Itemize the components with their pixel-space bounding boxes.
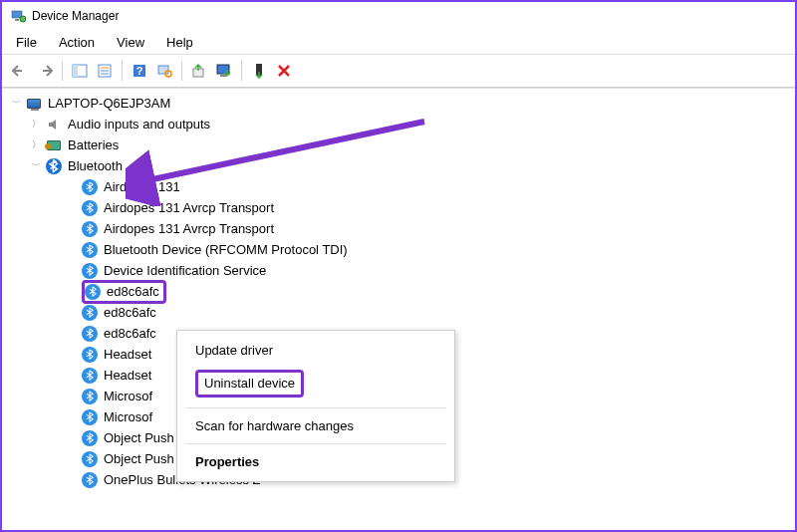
- svg-rect-11: [158, 66, 168, 74]
- svg-rect-1: [15, 19, 19, 21]
- menu-view[interactable]: View: [107, 33, 154, 52]
- svg-text:?: ?: [136, 65, 143, 77]
- device-label: Microsof: [104, 389, 152, 403]
- back-button[interactable]: [8, 59, 32, 83]
- chevron-right-icon[interactable]: 〉: [30, 119, 42, 131]
- menubar: File Action View Help: [2, 30, 795, 54]
- device-label: Bluetooth Device (RFCOMM Protocol TDI): [104, 242, 348, 257]
- device-label: Airdopes 131 Avrcp Transport: [104, 221, 274, 236]
- bluetooth-category-icon: [46, 158, 62, 174]
- scan-hardware-button[interactable]: [152, 59, 176, 83]
- menu-separator: [185, 443, 446, 444]
- bluetooth-icon: [82, 430, 98, 446]
- chevron-down-icon[interactable]: ﹀: [30, 160, 42, 172]
- category-label: Audio inputs and outputs: [68, 117, 210, 132]
- toolbar: ?: [2, 54, 795, 88]
- menu-uninstall-device[interactable]: Uninstall device: [177, 364, 454, 403]
- bluetooth-device[interactable]: Airdopes 131 Avrcp Transport: [2, 197, 795, 218]
- category-label: Bluetooth: [68, 158, 123, 173]
- svg-point-2: [20, 16, 26, 22]
- window-title: Device Manager: [32, 9, 119, 23]
- titlebar: Device Manager: [2, 2, 795, 30]
- device-label: Microsof: [104, 409, 152, 424]
- separator: [122, 61, 123, 81]
- bluetooth-icon: [82, 179, 98, 195]
- bluetooth-icon: [82, 263, 98, 279]
- device-label: Airdopes 131: [104, 179, 180, 194]
- menu-separator: [185, 407, 446, 408]
- separator: [241, 61, 242, 81]
- chevron-right-icon[interactable]: 〉: [30, 139, 42, 151]
- enable-device-button[interactable]: [247, 59, 271, 83]
- device-label: ed8c6afc: [104, 305, 156, 320]
- help-button[interactable]: ?: [128, 59, 151, 83]
- selected-device-highlight: ed8c6afc: [82, 280, 166, 304]
- update-driver-button[interactable]: [187, 59, 211, 83]
- bluetooth-icon: [82, 472, 98, 488]
- context-menu: Update driver Uninstall device Scan for …: [176, 330, 455, 482]
- separator: [62, 61, 63, 81]
- forward-button[interactable]: [33, 59, 57, 83]
- bluetooth-icon: [82, 451, 98, 467]
- device-label: ed8c6afc: [107, 284, 159, 299]
- chevron-down-icon[interactable]: ﹀: [10, 98, 22, 110]
- show-hide-console-button[interactable]: [68, 59, 92, 83]
- tree-root[interactable]: ﹀ LAPTOP-Q6EJP3AM: [2, 93, 795, 114]
- menu-update-driver[interactable]: Update driver: [177, 337, 454, 364]
- uninstall-highlight: Uninstall device: [195, 370, 304, 398]
- bluetooth-device[interactable]: Airdopes 131: [2, 176, 795, 197]
- root-label: LAPTOP-Q6EJP3AM: [48, 96, 170, 111]
- menu-scan-hardware[interactable]: Scan for hardware changes: [177, 412, 454, 439]
- speaker-icon: [46, 117, 62, 133]
- device-label: Airdopes 131 Avrcp Transport: [104, 200, 274, 215]
- device-label: Device Identification Service: [104, 263, 266, 278]
- app-icon: [10, 8, 26, 24]
- category-bluetooth[interactable]: ﹀ Bluetooth: [2, 155, 795, 176]
- device-label: Headset: [104, 347, 151, 362]
- bluetooth-device[interactable]: ed8c6afc: [2, 302, 795, 323]
- bluetooth-device[interactable]: Bluetooth Device (RFCOMM Protocol TDI): [2, 239, 795, 260]
- svg-rect-15: [220, 75, 226, 77]
- bluetooth-device[interactable]: Device Identification Service: [2, 260, 795, 281]
- device-monitor-button[interactable]: [212, 59, 236, 83]
- bluetooth-icon: [82, 389, 98, 404]
- bluetooth-icon: [82, 347, 98, 363]
- bluetooth-device[interactable]: ed8c6afc: [2, 281, 795, 302]
- category-audio[interactable]: 〉 Audio inputs and outputs: [2, 114, 795, 134]
- bluetooth-icon: [82, 305, 98, 321]
- separator: [181, 61, 182, 81]
- uninstall-device-button[interactable]: [272, 59, 296, 83]
- device-label: Headset: [104, 368, 151, 383]
- menu-action[interactable]: Action: [49, 33, 105, 52]
- menu-help[interactable]: Help: [156, 33, 203, 52]
- bluetooth-icon: [82, 200, 98, 216]
- computer-icon: [26, 96, 42, 112]
- menu-properties[interactable]: Properties: [177, 448, 454, 475]
- category-label: Batteries: [68, 137, 119, 152]
- bluetooth-icon: [82, 242, 98, 258]
- bluetooth-icon: [82, 409, 98, 425]
- menu-file[interactable]: File: [6, 33, 47, 52]
- properties-button[interactable]: [93, 59, 117, 83]
- bluetooth-icon: [82, 221, 98, 237]
- bluetooth-device[interactable]: Airdopes 131 Avrcp Transport: [2, 218, 795, 239]
- svg-rect-4: [73, 65, 78, 77]
- category-batteries[interactable]: 〉 Batteries: [2, 134, 795, 155]
- device-label: ed8c6afc: [104, 326, 156, 341]
- bluetooth-icon: [82, 368, 98, 384]
- battery-icon: [46, 137, 62, 153]
- bluetooth-icon: [85, 284, 101, 300]
- bluetooth-icon: [82, 326, 98, 342]
